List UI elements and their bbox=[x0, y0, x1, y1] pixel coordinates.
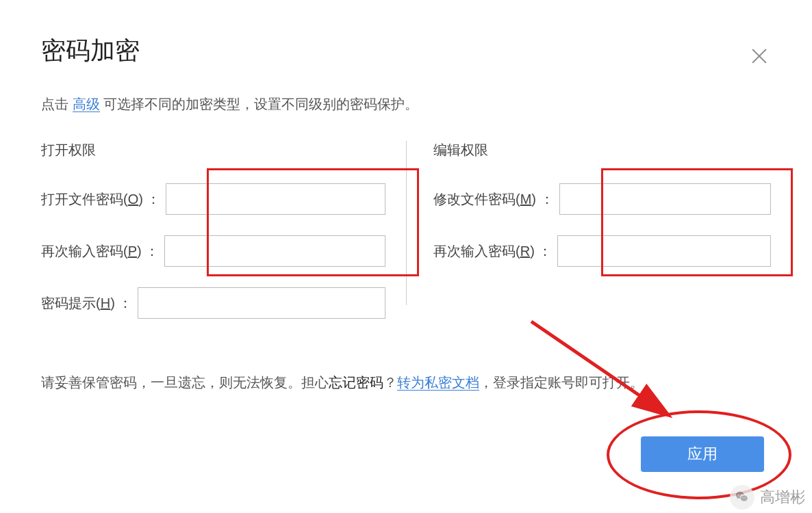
repeat-modify-password-input[interactable] bbox=[557, 235, 771, 267]
description-suffix: 可选择不同的加密类型，设置不同级别的密码保护。 bbox=[100, 96, 419, 111]
password-hint-input[interactable] bbox=[138, 287, 385, 319]
modify-password-row: 修改文件密码(M) ： bbox=[433, 183, 771, 215]
edit-permission-column: 编辑权限 修改文件密码(M) ： 再次输入密码(R) ： bbox=[406, 141, 771, 339]
modify-password-input[interactable] bbox=[559, 183, 771, 215]
repeat-open-password-row: 再次输入密码(P) ： bbox=[41, 235, 385, 267]
close-button[interactable] bbox=[751, 48, 767, 64]
password-hint-row: 密码提示(H) ： bbox=[41, 287, 385, 319]
open-password-label: 打开文件密码(O) ： bbox=[41, 190, 160, 209]
open-password-row: 打开文件密码(O) ： bbox=[41, 183, 385, 215]
dialog-description: 点击 高级 可选择不同的加密类型，设置不同级别的密码保护。 bbox=[41, 95, 771, 114]
footer-text: 请妥善保管密码，一旦遗忘，则无法恢复。担心忘记密码？转为私密文档，登录指定账号即… bbox=[41, 373, 771, 392]
repeat-open-password-input[interactable] bbox=[164, 235, 385, 267]
edit-permission-title: 编辑权限 bbox=[433, 141, 771, 159]
watermark-text: 高增彬 bbox=[760, 487, 805, 508]
repeat-modify-password-label: 再次输入密码(R) ： bbox=[433, 242, 552, 261]
description-prefix: 点击 bbox=[41, 96, 73, 111]
apply-button[interactable]: 应用 bbox=[641, 436, 764, 472]
wechat-icon bbox=[730, 485, 754, 510]
repeat-open-password-label: 再次输入密码(P) ： bbox=[41, 242, 159, 261]
password-hint-label: 密码提示(H) ： bbox=[41, 294, 132, 313]
open-permission-column: 打开权限 打开文件密码(O) ： 再次输入密码(P) ： 密码提示(H) ： bbox=[41, 141, 406, 339]
dialog-title: 密码加密 bbox=[41, 34, 771, 68]
convert-private-link[interactable]: 转为私密文档 bbox=[397, 375, 479, 391]
open-password-input[interactable] bbox=[166, 183, 385, 215]
password-encryption-dialog: 密码加密 点击 高级 可选择不同的加密类型，设置不同级别的密码保护。 打开权限 … bbox=[0, 0, 812, 412]
advanced-link[interactable]: 高级 bbox=[73, 96, 100, 112]
repeat-modify-password-row: 再次输入密码(R) ： bbox=[433, 235, 771, 267]
open-permission-title: 打开权限 bbox=[41, 141, 385, 159]
watermark: 高增彬 bbox=[730, 485, 805, 510]
permissions-columns: 打开权限 打开文件密码(O) ： 再次输入密码(P) ： 密码提示(H) ： bbox=[41, 141, 771, 339]
modify-password-label: 修改文件密码(M) ： bbox=[433, 190, 554, 209]
